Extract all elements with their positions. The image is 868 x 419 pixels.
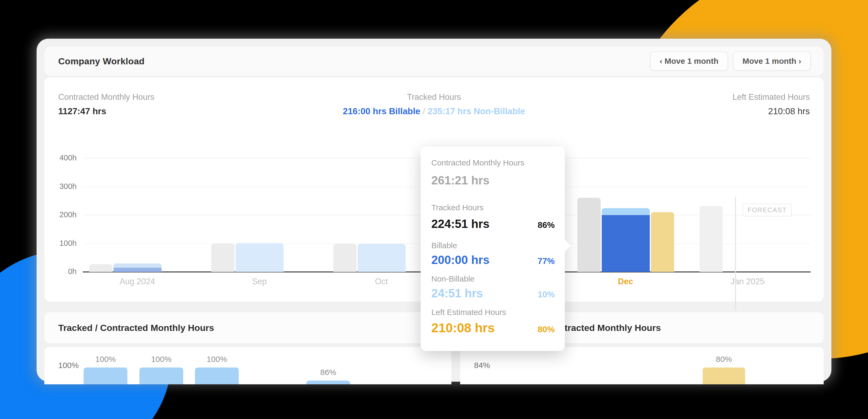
x-axis-label-oct: Oct: [341, 277, 422, 286]
mini-chart-bar[interactable]: [703, 367, 745, 384]
mini-chart-bar-label: 80%: [695, 355, 753, 364]
tracked-contracted-section-header: Tracked / Contracted Monthly Hours: [44, 312, 452, 343]
tooltip-billable-label: Billable: [431, 241, 457, 250]
tooltip-tracked-label: Tracked Hours: [431, 203, 484, 212]
dec-hover-tooltip: Contracted Monthly Hours 261:21 hrs Trac…: [421, 147, 565, 351]
x-axis-label-jan-2025: Jan 2025: [708, 277, 787, 286]
tooltip-caret: [564, 239, 571, 252]
tooltip-contracted-value: 261:21 hrs: [431, 174, 490, 187]
y-axis-tick: 300h: [37, 182, 76, 191]
contracted-hours-bar[interactable]: [89, 264, 113, 272]
mini-chart-bar[interactable]: [140, 367, 183, 384]
tracked-contracted-mini-chart: 100% 100%100%100%86%: [44, 347, 452, 384]
mini-chart-bar-label: 100%: [131, 355, 191, 364]
mini-chart-bar-label: 100%: [187, 355, 247, 364]
left-estimated-hours-bar[interactable]: [651, 212, 674, 272]
mini-chart-bar[interactable]: [195, 367, 239, 384]
contracted-hours-bar[interactable]: [700, 206, 723, 272]
mini-chart-bar-label: 86%: [298, 368, 358, 377]
contracted-hours-bar[interactable]: [211, 244, 235, 272]
contracted-hours-bar[interactable]: [578, 198, 601, 272]
non-billable-hours-bar[interactable]: [358, 244, 406, 272]
non-billable-hours-bar[interactable]: [602, 208, 650, 215]
billable-hours-bar[interactable]: [114, 268, 162, 272]
x-axis-label-sep: Sep: [219, 277, 300, 286]
mini-chart-bar-label: 100%: [75, 355, 135, 364]
y-axis-tick: 400h: [37, 154, 76, 162]
forecast-divider-line: [735, 197, 736, 311]
y-axis-tick: 100h: [37, 239, 76, 248]
non-billable-hours-bar[interactable]: [114, 263, 162, 268]
forecast-badge: FORECAST: [743, 204, 792, 217]
tooltip-left-estimated-label: Left Estimated Hours: [431, 308, 506, 317]
y-axis-tick: 0h: [37, 267, 76, 276]
billable-hours-bar[interactable]: [602, 215, 650, 272]
tooltip-billable-pct: 77%: [538, 256, 555, 266]
tooltip-billable-value: 200:00 hrs: [431, 253, 490, 267]
x-axis-label-dec: Dec: [585, 277, 665, 286]
tooltip-non-billable-value: 24:51 hrs: [431, 287, 483, 300]
screenshot-stage: Company Workload ‹ Move 1 month Move 1 m…: [0, 0, 868, 419]
mini-chart-bar[interactable]: [84, 367, 127, 384]
x-axis-label-aug-2024: Aug 2024: [97, 277, 177, 286]
non-billable-hours-bar[interactable]: [236, 243, 284, 272]
tooltip-non-billable-pct: 10%: [538, 290, 555, 299]
tooltip-left-estimated-value: 210:08 hrs: [431, 321, 495, 335]
mini-right-axis-label: 84%: [474, 361, 490, 370]
tracked-contracted-title: Tracked / Contracted Monthly Hours: [58, 323, 214, 333]
mini-chart-bar[interactable]: [306, 381, 350, 384]
left-contracted-mini-chart: 84% 80%: [460, 347, 824, 384]
y-axis-tick: 200h: [37, 210, 76, 219]
tooltip-tracked-pct: 86%: [538, 220, 555, 230]
contracted-hours-bar[interactable]: [333, 244, 356, 272]
tooltip-non-billable-label: Non-Billable: [431, 275, 474, 283]
tooltip-left-estimated-pct: 80%: [538, 325, 555, 334]
tooltip-contracted-label: Contracted Monthly Hours: [431, 158, 525, 167]
tooltip-tracked-value: 224:51 hrs: [431, 217, 490, 231]
